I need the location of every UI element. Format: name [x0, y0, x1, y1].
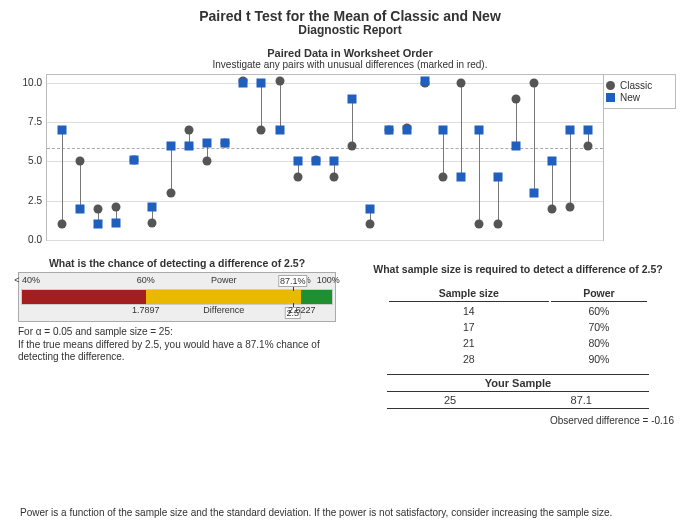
classic-marker — [330, 173, 339, 182]
new-marker — [239, 78, 248, 87]
diff-scale-label: 2.6227 — [288, 305, 316, 315]
new-marker — [402, 126, 411, 135]
new-marker — [420, 77, 429, 86]
cell-sample-size: 28 — [389, 352, 549, 366]
power-note-line2: If the true means differed by 2.5, you w… — [18, 339, 336, 364]
power-note-line1: For α = 0.05 and sample size = 25: — [18, 326, 336, 339]
new-marker — [330, 157, 339, 166]
circle-icon — [606, 81, 615, 90]
table-row: 2180% — [389, 336, 647, 350]
classic-marker — [566, 203, 575, 212]
classic-marker — [202, 157, 211, 166]
power-bar-chart: < 40%60%Power90%100% 87.1% 2.5 1.7897Dif… — [18, 272, 336, 322]
cell-power: 60% — [551, 304, 647, 318]
classic-marker — [584, 141, 593, 150]
classic-marker — [112, 203, 121, 212]
classic-marker — [166, 188, 175, 197]
sample-size-title: What sample size is required to detect a… — [354, 263, 682, 275]
diagnostic-report: Paired t Test for the Mean of Classic an… — [0, 0, 700, 524]
observed-difference: Observed difference = -0.16 — [354, 415, 682, 426]
legend-item-new: New — [606, 92, 670, 103]
pairs-plot-area — [46, 74, 604, 241]
y-tick-label: 2.5 — [18, 194, 42, 205]
classic-marker — [348, 141, 357, 150]
classic-marker — [475, 220, 484, 229]
table-row: 1770% — [389, 320, 647, 334]
table-row: 2890% — [389, 352, 647, 366]
new-marker — [112, 218, 121, 227]
new-marker — [130, 155, 139, 164]
legend-label-classic: Classic — [620, 80, 652, 91]
new-marker — [584, 126, 593, 135]
cell-sample-size: 21 — [389, 336, 549, 350]
power-bar — [21, 289, 333, 305]
new-marker — [366, 204, 375, 213]
classic-marker — [366, 220, 375, 229]
classic-marker — [293, 173, 302, 182]
new-marker — [439, 126, 448, 135]
your-sample-n: 25 — [444, 394, 456, 406]
lower-panels: What is the chance of detecting a differ… — [18, 257, 682, 426]
classic-marker — [439, 173, 448, 182]
legend: Classic New — [600, 74, 676, 109]
legend-label-new: New — [620, 92, 640, 103]
classic-marker — [511, 94, 520, 103]
classic-marker — [529, 78, 538, 87]
col-power: Power — [551, 285, 647, 302]
classic-marker — [457, 78, 466, 87]
your-sample-power: 87.1 — [571, 394, 592, 406]
classic-marker — [493, 220, 502, 229]
classic-marker — [75, 157, 84, 166]
power-bottom-scale: 1.7897Difference2.6227 — [21, 305, 333, 319]
sample-size-table: Sample size Power 1460%1770%2180%2890% — [387, 283, 649, 368]
your-sample-label: Your Sample — [387, 374, 649, 392]
pointer-tick-icon — [293, 287, 294, 291]
classic-marker — [275, 77, 284, 86]
new-marker — [221, 138, 230, 147]
cell-power: 80% — [551, 336, 647, 350]
square-icon — [606, 93, 615, 102]
y-tick-label: 0.0 — [18, 234, 42, 245]
y-tick-label: 7.5 — [18, 116, 42, 127]
power-title: What is the chance of detecting a differ… — [18, 257, 336, 269]
pairs-chart-subtitle: Investigate any pairs with unusual diffe… — [18, 59, 682, 70]
cell-sample-size: 17 — [389, 320, 549, 334]
pairs-chart-title: Paired Data in Worksheet Order — [18, 47, 682, 59]
diff-scale-label: 1.7897 — [132, 305, 160, 315]
cell-power: 70% — [551, 320, 647, 334]
y-tick-label: 5.0 — [18, 155, 42, 166]
cell-power: 90% — [551, 352, 647, 366]
your-sample-block: Your Sample 25 87.1 — [387, 374, 649, 409]
new-marker — [293, 157, 302, 166]
new-marker — [57, 126, 66, 135]
new-marker — [257, 78, 266, 87]
new-marker — [475, 126, 484, 135]
your-sample-row: 25 87.1 — [387, 392, 649, 409]
classic-marker — [93, 204, 102, 213]
footer-note: Power is a function of the sample size a… — [20, 507, 680, 518]
new-marker — [148, 203, 157, 212]
new-marker — [493, 173, 502, 182]
power-note: For α = 0.05 and sample size = 25: If th… — [18, 326, 336, 364]
col-sample-size: Sample size — [389, 285, 549, 302]
y-tick-label: 10.0 — [18, 76, 42, 87]
new-marker — [511, 141, 520, 150]
new-marker — [202, 138, 211, 147]
new-marker — [384, 126, 393, 135]
new-marker — [275, 126, 284, 135]
new-marker — [75, 204, 84, 213]
new-marker — [184, 141, 193, 150]
legend-item-classic: Classic — [606, 80, 670, 91]
classic-marker — [548, 204, 557, 213]
new-marker — [311, 157, 320, 166]
classic-marker — [184, 126, 193, 135]
new-marker — [166, 141, 175, 150]
new-marker — [457, 173, 466, 182]
power-scale-tick: < 40% — [14, 275, 40, 285]
power-panel: What is the chance of detecting a differ… — [18, 257, 336, 426]
classic-marker — [257, 126, 266, 135]
power-scale-tick: Power — [211, 275, 237, 285]
diff-scale-label: Difference — [203, 305, 244, 315]
pairs-chart: Classic New 0.02.55.07.510.0 — [18, 74, 682, 241]
classic-marker — [57, 220, 66, 229]
